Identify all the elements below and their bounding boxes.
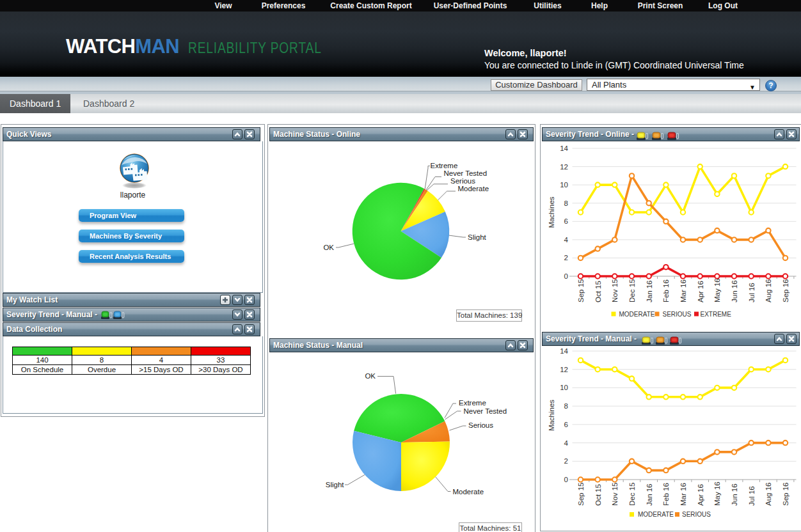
svg-text:Aug 16: Aug 16 bbox=[765, 483, 772, 506]
svg-text:Moderate: Moderate bbox=[453, 488, 484, 496]
svg-text:Dec 15: Dec 15 bbox=[628, 483, 636, 506]
svg-text:MODERATE: MODERATE bbox=[619, 311, 655, 318]
svg-text:4: 4 bbox=[564, 236, 569, 244]
svg-text:10: 10 bbox=[560, 384, 568, 391]
svg-text:14: 14 bbox=[560, 347, 568, 355]
svg-text:2: 2 bbox=[564, 457, 568, 465]
svg-text:Slight: Slight bbox=[326, 481, 345, 489]
svg-text:Sep 16: Sep 16 bbox=[782, 483, 789, 506]
svg-text:Jul 16: Jul 16 bbox=[748, 486, 756, 506]
svg-text:Machines: Machines bbox=[548, 196, 555, 228]
svg-text:6: 6 bbox=[564, 421, 568, 428]
svg-text:OK: OK bbox=[365, 372, 376, 380]
svg-text:Serious: Serious bbox=[468, 421, 493, 429]
svg-text:Extreme: Extreme bbox=[459, 399, 486, 407]
svg-text:Aug 16: Aug 16 bbox=[765, 279, 772, 302]
svg-text:SERIOUS: SERIOUS bbox=[663, 311, 692, 318]
svg-text:14: 14 bbox=[560, 145, 568, 152]
svg-text:2: 2 bbox=[564, 254, 568, 262]
svg-text:Never Tested: Never Tested bbox=[444, 169, 488, 177]
svg-text:8: 8 bbox=[564, 199, 568, 207]
svg-text:4: 4 bbox=[564, 439, 569, 447]
svg-text:Oct 15: Oct 15 bbox=[594, 281, 602, 302]
svg-text:May 16: May 16 bbox=[713, 481, 721, 506]
svg-text:Mar 16: Mar 16 bbox=[679, 483, 687, 506]
svg-text:Never Tested: Never Tested bbox=[464, 407, 507, 415]
svg-text:Nov 15: Nov 15 bbox=[611, 279, 619, 302]
svg-text:Extreme: Extreme bbox=[431, 162, 458, 169]
svg-text:8: 8 bbox=[564, 402, 568, 410]
svg-text:Oct 15: Oct 15 bbox=[594, 484, 602, 506]
svg-text:Dec 15: Dec 15 bbox=[628, 279, 636, 302]
svg-text:10: 10 bbox=[560, 181, 568, 189]
svg-text:12: 12 bbox=[560, 163, 568, 171]
svg-text:Machines: Machines bbox=[548, 400, 555, 431]
svg-text:Sep 15: Sep 15 bbox=[577, 279, 585, 302]
svg-text:EXTREME: EXTREME bbox=[701, 311, 732, 318]
svg-text:Jan 16: Jan 16 bbox=[646, 280, 653, 302]
svg-text:May 16: May 16 bbox=[713, 278, 721, 302]
svg-text:SERIOUS: SERIOUS bbox=[682, 511, 711, 518]
svg-text:Jul 16: Jul 16 bbox=[748, 283, 756, 302]
svg-text:Jan 16: Jan 16 bbox=[646, 483, 653, 506]
svg-text:Jun 16: Jun 16 bbox=[731, 483, 738, 506]
svg-text:Jun 16: Jun 16 bbox=[731, 280, 738, 302]
svg-text:Sep 16: Sep 16 bbox=[782, 279, 789, 302]
svg-text:Apr 16: Apr 16 bbox=[697, 281, 704, 302]
svg-text:Serious: Serious bbox=[450, 177, 475, 185]
svg-text:OK: OK bbox=[323, 244, 334, 251]
svg-text:Mar 16: Mar 16 bbox=[679, 279, 687, 302]
svg-text:MODERATE: MODERATE bbox=[638, 511, 674, 518]
svg-text:Moderate: Moderate bbox=[458, 185, 489, 192]
svg-text:0: 0 bbox=[564, 272, 568, 280]
svg-text:Feb 16: Feb 16 bbox=[662, 279, 670, 302]
svg-text:Feb 16: Feb 16 bbox=[662, 483, 670, 506]
svg-text:Nov 15: Nov 15 bbox=[611, 483, 619, 506]
svg-text:Slight: Slight bbox=[468, 233, 487, 241]
svg-text:0: 0 bbox=[564, 476, 568, 483]
svg-text:6: 6 bbox=[564, 217, 568, 225]
svg-text:Sep 15: Sep 15 bbox=[577, 483, 585, 506]
svg-text:12: 12 bbox=[560, 366, 568, 373]
svg-text:Apr 16: Apr 16 bbox=[697, 484, 704, 506]
